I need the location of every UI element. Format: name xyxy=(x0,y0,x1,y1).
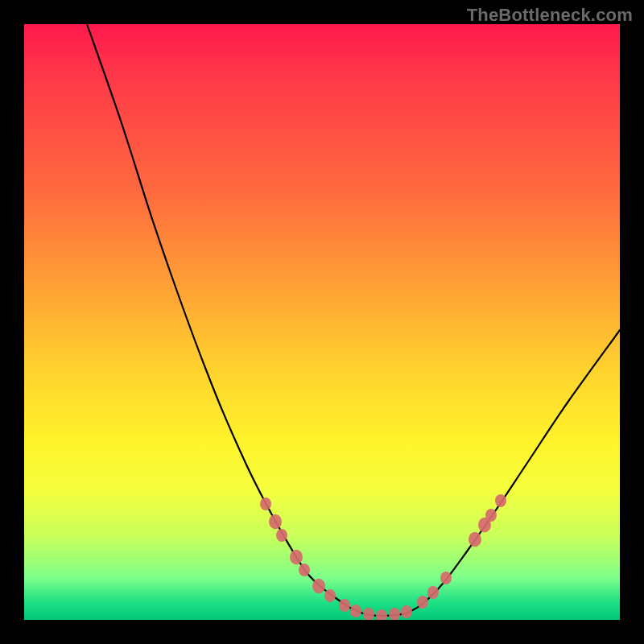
data-dot xyxy=(485,509,497,522)
data-dot xyxy=(376,609,387,620)
data-dot xyxy=(269,514,282,529)
plot-area xyxy=(24,24,620,620)
data-dot xyxy=(260,497,271,510)
data-dot xyxy=(290,550,303,564)
watermark-text: TheBottleneck.com xyxy=(467,5,633,26)
data-dot xyxy=(324,589,336,602)
data-dot xyxy=(339,599,350,612)
data-dot xyxy=(350,605,361,617)
data-dots xyxy=(260,494,506,620)
data-dot xyxy=(312,579,325,593)
data-dot xyxy=(276,529,287,542)
data-dot xyxy=(427,586,439,599)
data-dot xyxy=(401,605,412,618)
data-dot xyxy=(417,596,428,609)
curve-layer xyxy=(24,24,620,620)
data-dot xyxy=(495,494,506,507)
data-dot xyxy=(363,608,374,620)
chart-frame: TheBottleneck.com xyxy=(0,0,644,644)
bottleneck-curve xyxy=(87,24,620,616)
data-dot xyxy=(440,572,452,584)
data-dot xyxy=(299,564,310,576)
data-dot xyxy=(389,608,400,620)
data-dot xyxy=(469,532,481,547)
